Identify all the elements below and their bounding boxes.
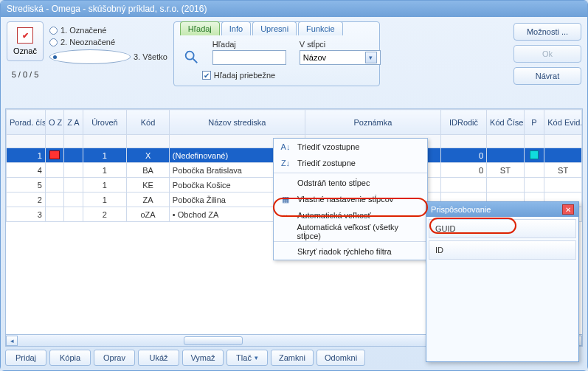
col-p[interactable]: P	[524, 110, 544, 135]
record-counter: 5 / 0 / 5	[12, 67, 39, 82]
unlock-button[interactable]: Odomkni	[317, 350, 365, 366]
scroll-thumb[interactable]	[184, 336, 243, 345]
col-poznamka[interactable]: Poznámka	[305, 110, 440, 135]
mark-button-label: Označ	[13, 46, 37, 55]
window-title: Strediská - Omega - skúšobný príklad, s.…	[7, 4, 207, 14]
mark-filter-radios: 1. Označené 2. Neoznačené 3. Všetko	[49, 21, 167, 64]
customizer-item-guid[interactable]: GUID	[429, 219, 576, 238]
ok-button[interactable]: Ok	[513, 45, 581, 63]
col-kodcisel[interactable]: Kód Čísel.	[487, 110, 525, 135]
close-icon[interactable]: ✕	[562, 204, 574, 215]
menu-sort-asc[interactable]: A↓Triediť vzostupne	[274, 139, 427, 155]
radio-unmarked[interactable]: 2. Neoznačené	[49, 38, 167, 46]
menu-remove-column[interactable]: Odstráň tento stĺpec	[274, 175, 427, 191]
tab-functions[interactable]: Funkcie	[298, 21, 343, 35]
delete-button[interactable]: Vymaž	[182, 350, 224, 366]
tab-info[interactable]: Info	[221, 21, 251, 35]
search-input[interactable]	[212, 50, 286, 65]
tab-refine[interactable]: Upresni	[252, 21, 297, 35]
customizer-item-id[interactable]: ID	[429, 240, 576, 260]
menu-auto-size[interactable]: ↔Automatická veľkosť	[274, 207, 427, 223]
mark-button[interactable]: ✔ Označ	[7, 21, 44, 61]
back-button[interactable]: Návrat	[513, 67, 581, 85]
grid-header-row: Porad. číslo O Z Z A Úroveň Kód Názov st…	[7, 110, 582, 135]
print-button[interactable]: Tlač▾	[226, 350, 268, 366]
add-button[interactable]: Pridaj	[5, 350, 46, 366]
show-button[interactable]: Ukáž	[138, 350, 179, 366]
col-porad[interactable]: Porad. číslo	[7, 110, 46, 135]
live-search-label: Hľadaj priebežne	[214, 71, 275, 80]
menu-hide-filter[interactable]: Skryť riadok rýchleho filtra	[274, 243, 427, 260]
autosize-icon: ↔	[280, 209, 291, 221]
col-za[interactable]: Z A	[64, 110, 83, 135]
column-customizer[interactable]: Prispôsobovanie ✕ GUID ID	[426, 201, 579, 362]
columns-icon: ▦	[280, 193, 291, 205]
col-oz[interactable]: O Z	[45, 110, 63, 135]
lock-button[interactable]: Zamkni	[271, 350, 314, 366]
col-uroven[interactable]: Úroveň	[83, 110, 127, 135]
svg-point-0	[186, 52, 194, 60]
svg-line-1	[193, 59, 198, 63]
column-select[interactable]: Názov ▾	[300, 50, 381, 65]
menu-auto-size-all[interactable]: Automatická veľkosť (všetky stĺpce)	[274, 223, 427, 240]
col-idrodic[interactable]: IDRodič	[440, 110, 486, 135]
sort-desc-icon: Z↓	[280, 157, 291, 169]
edit-button[interactable]: Oprav	[94, 350, 135, 366]
column-context-menu: A↓Triediť vzostupne Z↓Triediť zostupne O…	[273, 138, 428, 260]
menu-custom-columns[interactable]: ▦Vlastné nastavenie stĺpcov	[274, 191, 427, 207]
content: ✔ Označ 5 / 0 / 5 1. Označené 2. Neoznač…	[1, 17, 587, 370]
search-label: Hľadaj	[212, 40, 286, 49]
customizer-title: Prispôsobovanie	[431, 205, 491, 214]
search-panel: Hľadaj Info Upresni Funkcie Hľadaj V stĺ…	[173, 21, 380, 86]
copy-button[interactable]: Kópia	[49, 350, 91, 366]
tab-search[interactable]: Hľadaj	[180, 21, 220, 35]
radio-all[interactable]: 3. Všetko	[49, 49, 167, 64]
titlebar: Strediská - Omega - skúšobný príklad, s.…	[1, 1, 587, 17]
scroll-left-icon[interactable]: ◂	[6, 336, 18, 346]
window: Strediská - Omega - skúšobný príklad, s.…	[0, 0, 588, 371]
search-icon	[183, 49, 199, 65]
sort-asc-icon: A↓	[280, 141, 291, 153]
col-kodevid[interactable]: Kód Evid.	[544, 110, 582, 135]
column-select-value: Názov	[303, 53, 326, 62]
col-nazov[interactable]: Názov strediska	[169, 110, 305, 135]
col-kod[interactable]: Kód	[127, 110, 170, 135]
chevron-down-icon: ▾	[255, 354, 258, 361]
chevron-down-icon: ▾	[365, 52, 377, 63]
menu-sort-desc[interactable]: Z↓Triediť zostupne	[274, 155, 427, 171]
live-search-checkbox[interactable]: ✔	[202, 71, 211, 80]
checkmark-icon: ✔	[17, 27, 33, 44]
column-label: V stĺpci	[300, 40, 381, 49]
radio-marked[interactable]: 1. Označené	[49, 26, 167, 35]
options-button[interactable]: Možnosti ...	[513, 23, 581, 41]
